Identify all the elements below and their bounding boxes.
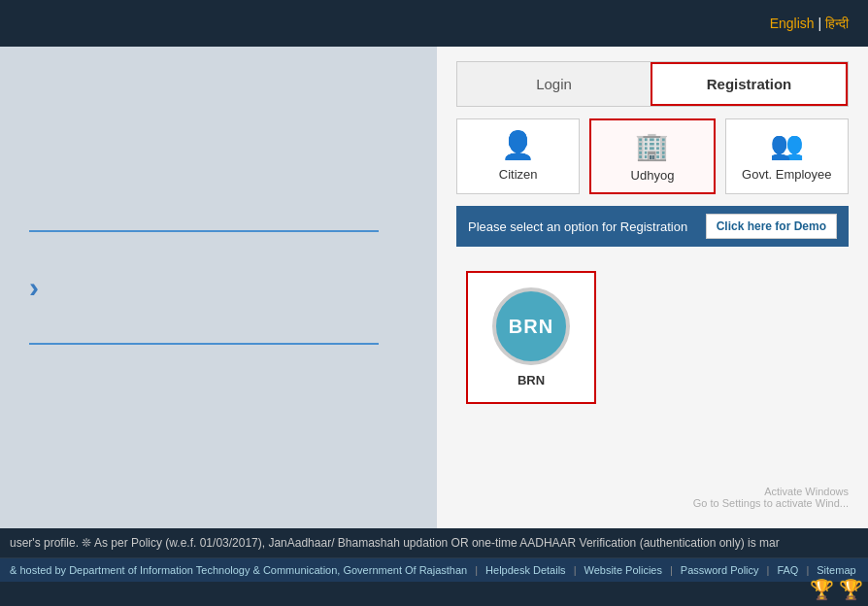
activate-line2: Go to Settings to activate Wind... xyxy=(693,497,849,509)
top-bar: English | हिन्दी xyxy=(0,0,868,47)
faq-link[interactable]: FAQ xyxy=(777,564,798,576)
tab-login[interactable]: Login xyxy=(457,62,651,106)
lang-separator: | xyxy=(818,16,821,31)
password-policy-link[interactable]: Password Policy xyxy=(681,564,759,576)
left-line-top xyxy=(29,230,379,232)
demo-button[interactable]: Click here for Demo xyxy=(706,214,837,239)
brn-label: BRN xyxy=(517,373,545,387)
footer-ticker: user's profile. ❊ As per Policy (w.e.f. … xyxy=(0,528,868,558)
registration-types: 👤 Citizen 🏢 Udhyog 👥 Govt. Employee xyxy=(456,118,849,194)
hosted-by: & hosted by Department of Information Te… xyxy=(10,564,467,576)
left-line-bottom xyxy=(29,343,379,345)
hindi-lang[interactable]: हिन्दी xyxy=(825,16,849,31)
helpdesk-link[interactable]: Helpdesk Details xyxy=(485,564,566,576)
info-message: Please select an option for Registration xyxy=(468,219,687,234)
windows-activate-watermark: Activate Windows Go to Settings to activ… xyxy=(693,486,849,509)
trophy-area: 🏆 🏆 xyxy=(810,578,863,601)
trophy-icon-1: 🏆 xyxy=(810,578,834,601)
reg-type-udhyog[interactable]: 🏢 Udhyog xyxy=(589,118,715,194)
reg-type-citizen[interactable]: 👤 Citizen xyxy=(456,118,580,194)
language-selector[interactable]: English | हिन्दी xyxy=(770,16,849,32)
brn-circle: BRN xyxy=(492,287,570,365)
main-area: › Login Registration 👤 Citizen 🏢 Udhyog … xyxy=(0,47,868,528)
english-lang[interactable]: English xyxy=(770,16,815,31)
ticker-text: user's profile. ❊ As per Policy (w.e.f. … xyxy=(10,536,780,550)
reg-type-govt-employee[interactable]: 👥 Govt. Employee xyxy=(725,118,849,194)
link-sep1: | xyxy=(475,564,478,576)
options-area: BRN BRN xyxy=(456,261,849,414)
citizen-label: Citizen xyxy=(499,167,538,182)
govt-employee-label: Govt. Employee xyxy=(742,167,832,182)
citizen-icon: 👤 xyxy=(501,129,535,161)
sitemap-link[interactable]: Sitemap xyxy=(817,564,855,576)
info-bar: Please select an option for Registration… xyxy=(456,206,849,247)
footer: user's profile. ❊ As per Policy (w.e.f. … xyxy=(0,528,868,606)
tab-bar: Login Registration xyxy=(456,61,849,107)
udhyog-icon: 🏢 xyxy=(635,130,669,162)
udhyog-label: Udhyog xyxy=(631,168,675,183)
brn-option[interactable]: BRN BRN xyxy=(466,271,596,404)
brn-text: BRN xyxy=(509,316,553,338)
tab-registration[interactable]: Registration xyxy=(651,62,848,106)
website-policies-link[interactable]: Website Policies xyxy=(584,564,662,576)
govt-employee-icon: 👥 xyxy=(770,129,804,161)
trophy-icon-2: 🏆 xyxy=(839,578,863,601)
right-panel: Login Registration 👤 Citizen 🏢 Udhyog 👥 … xyxy=(437,47,868,528)
left-arrow: › xyxy=(29,271,408,304)
left-panel: › xyxy=(0,47,437,528)
activate-line1: Activate Windows xyxy=(693,486,849,497)
footer-links: & hosted by Department of Information Te… xyxy=(0,558,868,582)
